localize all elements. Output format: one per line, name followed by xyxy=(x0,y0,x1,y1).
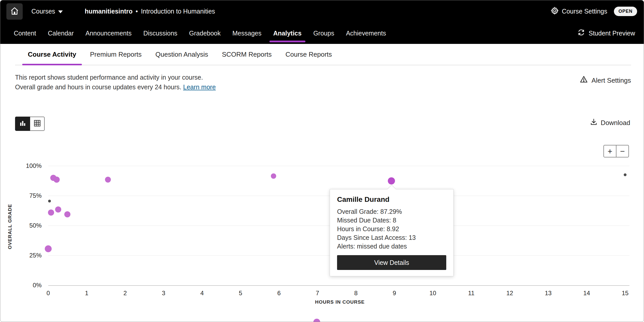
tooltip-pointer xyxy=(387,185,396,193)
analytics-subnav-tabs: Course ActivityPremium ReportsQuestion A… xyxy=(15,44,631,65)
subnav-tab-course-reports[interactable]: Course Reports xyxy=(280,44,338,65)
data-point xyxy=(48,200,51,203)
student-preview-label: Student Preview xyxy=(589,30,635,37)
data-point[interactable] xyxy=(48,209,54,216)
y-tick-label: 50% xyxy=(14,222,42,229)
x-tick-label: 8 xyxy=(354,290,357,297)
y-tick-label: 75% xyxy=(14,192,42,199)
open-status-badge[interactable]: OPEN xyxy=(614,7,637,16)
gear-icon xyxy=(551,7,559,16)
tooltip-stats: Overall Grade: 87.29%Missed Due Dates: 8… xyxy=(337,207,446,251)
download-label: Download xyxy=(601,119,630,127)
chart-view-button[interactable] xyxy=(15,117,30,131)
student-tooltip: Camille Durand Overall Grade: 87.29%Miss… xyxy=(330,189,454,276)
tooltip-stat-line: Missed Due Dates: 8 xyxy=(337,216,446,225)
course-nav-tabs: ContentCalendarAnnouncementsDiscussionsG… xyxy=(8,22,392,44)
data-point-highlighted[interactable] xyxy=(388,177,395,184)
alert-settings-button[interactable]: Alert Settings xyxy=(580,76,631,85)
x-tick-label: 7 xyxy=(316,290,319,297)
analytics-subnav: Course ActivityPremium ReportsQuestion A… xyxy=(0,44,644,65)
x-axis-line xyxy=(48,285,629,286)
subnav-tab-scorm-reports[interactable]: SCORM Reports xyxy=(216,44,277,65)
x-tick-label: 4 xyxy=(200,290,204,297)
tooltip-stat-line: Days Since Last Access: 13 xyxy=(337,233,446,242)
tooltip-stat-line: Overall Grade: 87.29% xyxy=(337,207,446,216)
data-point[interactable] xyxy=(55,206,61,213)
table-view-button[interactable] xyxy=(30,117,45,131)
tooltip-stat-line: Alerts: missed due dates xyxy=(337,242,446,251)
report-info: This report shows student performance an… xyxy=(15,72,631,92)
nav-tab-discussions[interactable]: Discussions xyxy=(138,22,183,44)
course-nav: ContentCalendarAnnouncementsDiscussionsG… xyxy=(0,22,644,44)
student-preview-button[interactable]: Student Preview xyxy=(577,22,635,44)
report-description-line1: This report shows student performance an… xyxy=(15,72,631,82)
y-axis-title: OVERALL GRADE xyxy=(7,193,13,260)
home-icon xyxy=(10,7,19,16)
data-point xyxy=(624,174,627,176)
nav-tab-analytics[interactable]: Analytics xyxy=(267,22,307,44)
student-preview-icon xyxy=(577,29,585,38)
y-tick-label: 100% xyxy=(14,162,42,169)
y-tick-label: 0% xyxy=(14,282,42,289)
x-tick-label: 3 xyxy=(162,290,165,297)
data-point[interactable] xyxy=(54,177,60,183)
x-tick-label: 0 xyxy=(46,290,50,297)
x-tick-label: 10 xyxy=(429,290,436,297)
subnav-tab-premium-reports[interactable]: Premium Reports xyxy=(84,44,147,65)
course-settings-label: Course Settings xyxy=(562,8,607,15)
view-details-button[interactable]: View Details xyxy=(337,255,446,270)
nav-tab-announcements[interactable]: Announcements xyxy=(80,22,138,44)
x-axis-title: HOURS IN COURSE xyxy=(315,299,365,305)
x-tick-label: 1 xyxy=(85,290,88,297)
download-button[interactable]: Download xyxy=(590,118,630,128)
learn-more-link[interactable]: Learn more xyxy=(183,83,216,91)
zoom-controls: + − xyxy=(603,145,629,157)
x-tick-label: 5 xyxy=(239,290,242,297)
courses-menu-button[interactable]: Courses xyxy=(31,8,63,15)
nav-tab-calendar[interactable]: Calendar xyxy=(42,22,80,44)
x-tick-label: 2 xyxy=(123,290,127,297)
course-title: Introduction to Humanities xyxy=(141,8,215,15)
nav-tab-gradebook[interactable]: Gradebook xyxy=(183,22,227,44)
x-tick-label: 6 xyxy=(277,290,281,297)
download-icon xyxy=(590,118,598,128)
course-settings-button[interactable]: Course Settings xyxy=(551,7,607,16)
data-point[interactable] xyxy=(45,245,52,252)
x-tick-label: 15 xyxy=(622,290,629,297)
chevron-down-icon xyxy=(58,10,63,13)
home-button[interactable] xyxy=(6,3,23,20)
data-point[interactable] xyxy=(271,173,276,179)
course-code: humanitiesintro xyxy=(85,8,133,15)
x-tick-label: 13 xyxy=(545,290,552,297)
courses-label: Courses xyxy=(31,8,55,15)
tooltip-student-name: Camille Durand xyxy=(337,195,446,204)
tooltip-stat-line: Hours in Course: 8.92 xyxy=(337,225,446,233)
zoom-out-button[interactable]: − xyxy=(616,145,629,157)
legend-marker-dot xyxy=(313,319,320,322)
view-toggle-group xyxy=(15,117,45,131)
nav-tab-messages[interactable]: Messages xyxy=(227,22,267,44)
breadcrumb-separator: • xyxy=(136,8,138,15)
nav-tab-achievements[interactable]: Achievements xyxy=(340,22,392,44)
app-window: Courses humanitiesintro • Introduction t… xyxy=(0,0,644,322)
subnav-tab-course-activity[interactable]: Course Activity xyxy=(22,44,82,65)
breadcrumb: humanitiesintro • Introduction to Humani… xyxy=(85,8,215,15)
alert-settings-label: Alert Settings xyxy=(591,77,631,84)
bar-chart-icon xyxy=(19,119,27,128)
data-point[interactable] xyxy=(105,177,111,182)
x-tick-label: 14 xyxy=(583,290,590,297)
nav-tab-groups[interactable]: Groups xyxy=(307,22,340,44)
zoom-in-button[interactable]: + xyxy=(603,145,616,157)
table-grid-icon xyxy=(33,119,41,128)
subnav-tab-question-analysis[interactable]: Question Analysis xyxy=(150,44,214,65)
x-tick-label: 11 xyxy=(468,290,475,297)
x-tick-label: 9 xyxy=(393,290,396,297)
report-description-line2: Overall grade and hours in course update… xyxy=(15,83,181,91)
gridline xyxy=(48,166,629,166)
y-tick-label: 25% xyxy=(14,252,42,259)
top-bar: Courses humanitiesintro • Introduction t… xyxy=(0,0,644,22)
nav-tab-content[interactable]: Content xyxy=(8,22,42,44)
x-tick-label: 12 xyxy=(506,290,513,297)
alert-icon xyxy=(580,76,588,85)
data-point[interactable] xyxy=(64,211,70,217)
